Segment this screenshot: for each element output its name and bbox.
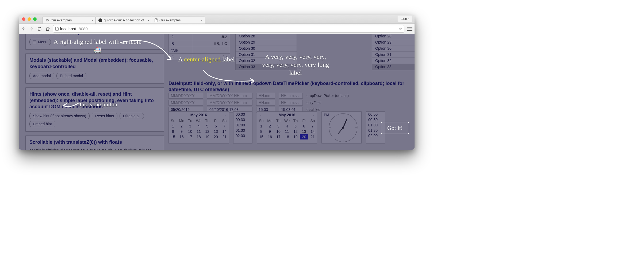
- bookmark-star-icon[interactable]: ☆: [398, 26, 402, 31]
- list-item[interactable]: Option 32: [372, 58, 415, 64]
- forward-icon[interactable]: [29, 26, 34, 32]
- calendar-day[interactable]: 3: [274, 123, 283, 129]
- prev-month-icon[interactable]: ←: [171, 113, 175, 117]
- tab-2[interactable]: guigrpa/giu: A collection of ×: [95, 17, 152, 24]
- embed-hint-button[interactable]: Embed hint: [29, 121, 55, 127]
- hms-placeholder[interactable]: HH:mm:ss: [279, 93, 303, 99]
- calendar-day[interactable]: 15: [169, 134, 177, 139]
- add-modal-button[interactable]: Add modal: [29, 73, 54, 79]
- calendar-day[interactable]: 11: [194, 129, 203, 134]
- calendar-day[interactable]: 17: [274, 134, 283, 139]
- calendar-day[interactable]: 16: [177, 134, 186, 139]
- calendar-day[interactable]: 2: [266, 123, 274, 129]
- option-list-2[interactable]: Option 28Option 29Option 30Option 31Opti…: [372, 34, 415, 70]
- date-placeholder[interactable]: MM/DD/YYYY: [168, 100, 203, 106]
- calendar-day[interactable]: 18: [283, 134, 291, 139]
- calendar-day[interactable]: 1: [257, 123, 266, 129]
- time-list-1[interactable]: 00:0000:3001:0001:3002:00: [233, 111, 252, 143]
- back-icon[interactable]: [21, 26, 26, 32]
- calendar-day[interactable]: 8: [257, 129, 266, 134]
- datetime-placeholder[interactable]: MM/DD/YYYY HH:mm: [207, 100, 252, 106]
- datetime-placeholder[interactable]: MM/DD/YYYY HH:mm: [207, 93, 252, 99]
- time-option[interactable]: 02:00: [233, 133, 252, 138]
- profile-button[interactable]: Guille: [398, 16, 412, 22]
- calendar-day[interactable]: 21: [220, 134, 229, 139]
- hm-placeholder[interactable]: HH:mm: [256, 93, 275, 99]
- list-item[interactable]: Option 29: [372, 39, 415, 45]
- shortcut-row[interactable]: true: [169, 47, 230, 54]
- prev-month-icon[interactable]: ←: [259, 113, 263, 117]
- time-option[interactable]: 01:30: [233, 128, 252, 133]
- calendar-day[interactable]: 4: [283, 123, 291, 129]
- calendar-day[interactable]: 5: [291, 123, 300, 129]
- calendar-day[interactable]: 19: [203, 134, 212, 139]
- date-placeholder[interactable]: MM/DD/YYYY: [168, 93, 203, 99]
- calendar-day[interactable]: 14: [220, 129, 229, 134]
- reset-hints-button[interactable]: Reset hints: [92, 113, 117, 119]
- menu-icon[interactable]: [407, 26, 412, 32]
- list-item[interactable]: Option 30: [236, 45, 297, 52]
- calendar-day[interactable]: 1: [169, 123, 177, 129]
- menu-button[interactable]: Menu: [29, 39, 51, 45]
- calendar-day[interactable]: 20: [212, 134, 220, 139]
- calendar-day[interactable]: 4: [194, 123, 203, 129]
- reload-icon[interactable]: [37, 26, 42, 32]
- calendar-day[interactable]: 11: [283, 129, 291, 134]
- list-item[interactable]: Option 28: [372, 34, 415, 39]
- calendar-day[interactable]: 12: [291, 129, 300, 134]
- minimize-window-icon[interactable]: [28, 17, 31, 21]
- calendar-day[interactable]: 10: [186, 129, 194, 134]
- tab-3[interactable]: Giu examples ×: [152, 17, 205, 24]
- calendar-day[interactable]: 18: [194, 134, 203, 139]
- calendar-day[interactable]: 19: [291, 134, 300, 139]
- calendar-day[interactable]: 17: [186, 134, 194, 139]
- list-item[interactable]: Option 33: [236, 64, 297, 70]
- calendar-day[interactable]: 3: [186, 123, 194, 129]
- list-item[interactable]: Option 29: [236, 39, 297, 45]
- tab-1[interactable]: Giu examples ×: [42, 17, 96, 24]
- close-tab-icon[interactable]: ×: [91, 18, 93, 22]
- show-hint-button[interactable]: Show hint (if not already shown): [29, 113, 90, 119]
- calendar-day[interactable]: 2: [177, 123, 186, 129]
- time-option[interactable]: 01:00: [233, 122, 252, 128]
- time-option[interactable]: 00:00: [366, 112, 385, 117]
- home-icon[interactable]: [45, 26, 50, 32]
- calendar-day[interactable]: 12: [203, 129, 212, 134]
- calendar-day[interactable]: 5: [203, 123, 212, 129]
- list-item[interactable]: Option 31: [372, 52, 415, 58]
- calendar-day[interactable]: 13: [300, 129, 308, 134]
- maximize-window-icon[interactable]: [33, 17, 37, 21]
- calendar-day[interactable]: 13: [212, 129, 220, 134]
- list-item[interactable]: Option 30: [372, 45, 415, 52]
- next-month-icon[interactable]: →: [311, 113, 315, 117]
- time-option[interactable]: 00:30: [233, 117, 252, 122]
- calendar-day[interactable]: 6: [300, 123, 308, 129]
- calendar-day[interactable]: 20: [300, 134, 308, 139]
- hms-placeholder[interactable]: HH:mm:ss: [279, 100, 303, 106]
- time-option[interactable]: 00:00: [233, 112, 252, 117]
- embed-modal-button[interactable]: Embed modal: [56, 73, 86, 79]
- shortcut-row[interactable]: B⇧B, ⇧C: [169, 40, 230, 47]
- next-month-icon[interactable]: →: [223, 113, 227, 117]
- url-bar[interactable]: localhost:8080 ☆: [53, 25, 404, 33]
- calendar-day[interactable]: 8: [169, 129, 177, 134]
- calendar-day[interactable]: 7: [220, 123, 229, 129]
- shortcut-row[interactable]: 2⌘2: [169, 34, 230, 40]
- calendar-day[interactable]: 6: [212, 123, 220, 129]
- calendar-day[interactable]: 9: [177, 129, 186, 134]
- calendar-day[interactable]: 10: [274, 129, 283, 134]
- list-item[interactable]: Option 32: [236, 58, 297, 64]
- list-item[interactable]: Option 33: [372, 64, 415, 70]
- list-item[interactable]: Option 28: [236, 34, 297, 39]
- calendar-day[interactable]: 7: [308, 123, 317, 129]
- disable-all-button[interactable]: Disable all: [120, 113, 144, 119]
- calendar-day[interactable]: 16: [266, 134, 274, 139]
- hm-placeholder[interactable]: HH:mm: [256, 100, 275, 106]
- option-list-1[interactable]: Option 28Option 29Option 30Option 31Opti…: [235, 34, 297, 70]
- analog-clock[interactable]: PM: [321, 111, 362, 143]
- close-tab-icon[interactable]: ×: [201, 18, 203, 22]
- shortcut-row[interactable]: C⇧↑: [169, 54, 230, 60]
- calendar-day[interactable]: 14: [308, 129, 317, 134]
- calendar-1[interactable]: ←May 2016→ SuMoTuWeThFrSa123456789101112…: [168, 111, 229, 143]
- list-item[interactable]: Option 31: [236, 52, 297, 58]
